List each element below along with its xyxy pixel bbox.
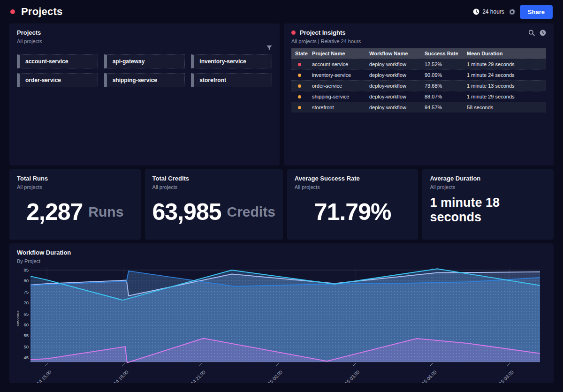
column-header: Success Rate [425,51,467,56]
table-row[interactable]: storefrontdeploy-workflow94.57%58 second… [291,102,546,113]
project-chip[interactable]: api-gateway [104,54,185,68]
chart-subtitle: By Project [17,258,546,264]
workflow-duration-panel: Workflow Duration By Project 45505560657… [9,243,554,383]
svg-text:75: 75 [23,289,29,294]
column-header: Workflow Name [369,51,425,56]
stat-subtitle: All projects [152,184,275,190]
stat-subtitle: All projects [17,184,133,190]
cell-workflow: deploy-workflow [369,105,425,110]
cell-mean-duration: 1 minute 29 seconds [467,61,542,67]
page-title: Projects [21,6,62,18]
svg-text:65: 65 [23,311,29,317]
cell-project: order-service [312,83,369,89]
projects-panel-title: Projects [17,29,272,36]
stat-title: Average Duration [430,175,546,182]
column-header: Mean Duration [467,51,542,56]
table-row[interactable]: shipping-servicedeploy-workflow88.07%1 m… [291,91,546,102]
state-dot [298,74,301,77]
cell-workflow: deploy-workflow [369,83,425,89]
gear-icon[interactable] [509,8,516,15]
project-chip[interactable]: account-service [17,54,98,68]
stat-value: 2,287 [26,198,83,226]
insights-table: StateProject NameWorkflow NameSuccess Ra… [291,48,546,113]
table-row[interactable]: inventory-servicedeploy-workflow90.09%1 … [291,69,546,80]
projects-panel: Projects All projects account-serviceapi… [9,23,280,166]
stat-title: Average Success Rate [295,175,411,182]
status-dot [10,9,15,14]
state-dot [298,63,301,66]
time-range-selector[interactable]: 24 hours [473,8,504,15]
cell-success-rate: 12.52% [425,61,467,67]
insights-table-header: StateProject NameWorkflow NameSuccess Ra… [291,48,546,59]
cell-workflow: deploy-workflow [369,94,425,99]
svg-text:50: 50 [23,344,29,349]
column-header: State [295,51,312,56]
insights-status-dot [291,30,296,35]
svg-text:85: 85 [23,267,29,272]
cell-project: inventory-service [312,72,369,78]
project-chip[interactable]: order-service [17,73,98,87]
stat-unit: Credits [227,204,275,220]
stat-unit: Runs [88,204,123,220]
state-dot [298,95,301,98]
project-chip[interactable]: shipping-service [104,73,185,87]
stat-card-total-runs: Total Runs All projects 2,287 Runs [9,169,141,240]
stat-card-average-success-rate: Average Success Rate All projects 71.79% [287,169,418,240]
y-axis-label: seconds [17,310,20,326]
x-tick-label: Nov 15 06:00 [414,369,438,383]
clock-icon [473,8,479,15]
cell-workflow: deploy-workflow [369,72,425,78]
cell-workflow: deploy-workflow [369,61,425,67]
stat-value: 63,985 [152,198,221,226]
state-dot [298,84,301,88]
workflow-duration-chart: 455055606570758085Nov 14 15:00Nov 14 18:… [17,266,548,383]
stat-value: 71.79% [314,198,391,226]
cell-success-rate: 90.09% [425,72,467,78]
cell-success-rate: 94.57% [425,105,467,110]
cell-project: storefront [312,105,369,110]
x-tick-label: Nov 15 09:00 [491,369,515,383]
insights-panel-subtitle: All projects | Relative 24 hours [291,38,546,44]
svg-text:70: 70 [23,300,29,305]
column-header: Project Name [312,51,369,56]
stat-card-average-duration: Average Duration All projects 1 minute 1… [422,169,554,240]
search-icon[interactable] [528,30,535,36]
history-clock-icon[interactable] [540,30,546,36]
cell-success-rate: 73.68% [425,83,467,89]
x-tick-label: Nov 14 21:00 [183,369,206,383]
cell-mean-duration: 1 minute 29 seconds [467,94,542,99]
cell-project: shipping-service [312,94,369,99]
table-row[interactable]: order-servicedeploy-workflow73.68%1 minu… [291,80,546,91]
project-chips: account-serviceapi-gatewayinventory-serv… [17,54,272,87]
project-chip[interactable]: inventory-service [191,54,272,68]
x-tick-label: Nov 14 15:00 [29,369,53,383]
svg-text:45: 45 [23,355,29,360]
cell-project: account-service [312,61,369,67]
stat-card-total-credits: Total Credits All projects 63,985 Credit… [145,169,283,240]
stat-value: 1 minute 18 seconds [430,196,546,225]
stat-subtitle: All projects [295,184,411,190]
svg-text:55: 55 [23,333,29,338]
x-tick-label: Nov 14 18:00 [106,369,129,383]
filter-icon[interactable] [266,45,272,53]
svg-text:80: 80 [23,278,29,283]
stat-title: Total Runs [17,175,133,182]
svg-text:60: 60 [23,322,29,327]
project-insights-panel: Project Insights [284,23,554,166]
time-range-label: 24 hours [482,8,504,15]
table-row[interactable]: account-servicedeploy-workflow12.52%1 mi… [291,59,546,69]
insights-panel-title: Project Insights [300,29,346,36]
stat-subtitle: All projects [430,184,546,190]
insights-table-body: account-servicedeploy-workflow12.52%1 mi… [291,59,546,113]
projects-panel-subtitle: All projects [17,38,272,44]
cell-success-rate: 88.07% [425,94,467,99]
share-button[interactable]: Share [520,5,553,19]
chart-title: Workflow Duration [17,249,546,256]
cell-mean-duration: 1 minute 13 seconds [467,83,542,89]
x-tick-label: Nov 15 03:00 [337,369,360,383]
top-bar: Projects 24 hours Share [0,0,563,23]
x-tick-label: Nov 15 00:00 [260,369,283,383]
stat-title: Total Credits [152,175,275,182]
cell-mean-duration: 58 seconds [467,105,542,110]
project-chip[interactable]: storefront [191,73,272,87]
